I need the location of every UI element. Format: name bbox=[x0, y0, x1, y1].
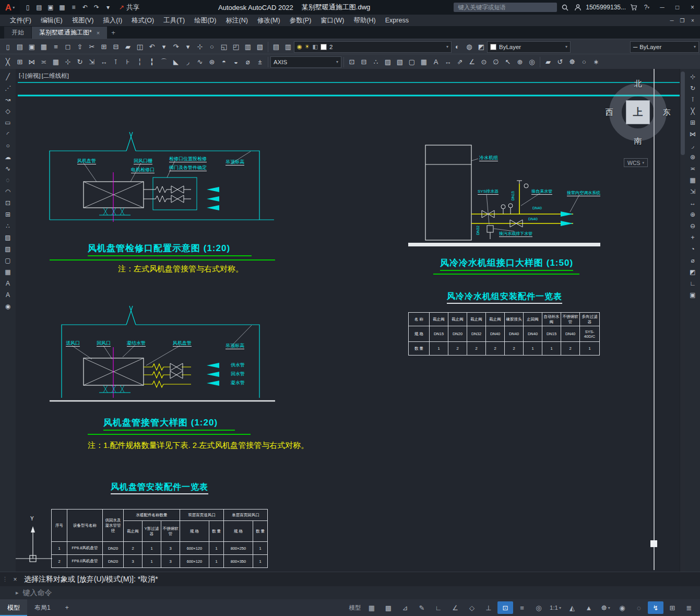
diameter-dimension-icon[interactable]: ∅ bbox=[490, 56, 502, 68]
plot-icon[interactable]: ≡ bbox=[50, 41, 62, 53]
scale-icon[interactable]: ⇲ bbox=[86, 56, 98, 68]
zoom-out-icon[interactable]: ⊖ bbox=[687, 220, 698, 231]
qnew-icon[interactable]: ▯ bbox=[2, 41, 14, 53]
circle-icon[interactable]: ○ bbox=[2, 140, 14, 151]
viewport-control[interactable]: [二维线框] bbox=[42, 72, 69, 80]
drawing-canvas[interactable]: [-][俯视][二维线框] 上 北 南 西 东 WCS ▾ 风机盘管回风口栅检修… bbox=[16, 69, 685, 572]
minimize-icon[interactable]: ─ bbox=[655, 0, 670, 15]
rotate-icon[interactable]: ↻ bbox=[74, 56, 86, 68]
create-block-icon[interactable]: ⊞ bbox=[2, 209, 14, 220]
search-input[interactable]: 键入关键字或短语 bbox=[454, 3, 557, 12]
revision-cloud-icon[interactable]: ☁ bbox=[2, 151, 14, 162]
graphics-performance-icon[interactable]: ↯ bbox=[648, 601, 663, 614]
offset-icon[interactable]: ≍ bbox=[687, 163, 698, 174]
table-icon[interactable]: ▦ bbox=[2, 266, 14, 277]
menu-item[interactable]: 修改(M) bbox=[253, 15, 285, 26]
layout-tab[interactable]: 模型 bbox=[0, 599, 27, 616]
explode-icon[interactable]: ⊛ bbox=[206, 56, 218, 68]
undo-list-icon[interactable]: ▾ bbox=[158, 41, 170, 53]
block-editor-icon[interactable]: ◫ bbox=[134, 41, 146, 53]
multiline-text-icon[interactable]: A bbox=[430, 56, 442, 68]
stretch-icon[interactable]: ↔ bbox=[98, 56, 110, 68]
line-icon[interactable]: ╱ bbox=[2, 71, 14, 82]
plot-icon[interactable]: ≡ bbox=[68, 1, 79, 14]
menu-item[interactable]: 文件(F) bbox=[5, 15, 36, 26]
ortho-mode-icon[interactable]: ∟ bbox=[431, 601, 446, 614]
move-icon[interactable]: ⊹ bbox=[62, 56, 74, 68]
multileader-icon[interactable]: ↖ bbox=[502, 56, 514, 68]
scrollbar-thumb[interactable] bbox=[681, 72, 685, 155]
annotation-update-icon[interactable]: ↺ bbox=[554, 56, 566, 68]
measure-icon[interactable]: ⌀ bbox=[242, 56, 254, 68]
publish-icon[interactable]: ⇧ bbox=[74, 41, 86, 53]
redo-icon[interactable]: ↷ bbox=[91, 1, 102, 14]
measure-icon[interactable]: ⌀ bbox=[687, 255, 698, 266]
multiline-text-icon[interactable]: A bbox=[2, 278, 14, 289]
layout-tab[interactable]: + bbox=[58, 599, 76, 616]
autoscale-icon[interactable]: ▲ bbox=[581, 601, 597, 614]
insert-block-icon[interactable]: ⊡ bbox=[2, 197, 14, 208]
rectangle-icon[interactable]: ▭ bbox=[2, 117, 14, 128]
scale-icon[interactable]: ⇲ bbox=[687, 186, 698, 197]
viewcube-west[interactable]: 西 bbox=[606, 108, 613, 117]
menu-item[interactable]: Express bbox=[381, 15, 413, 26]
menu-item[interactable]: 窗口(W) bbox=[316, 15, 349, 26]
model-paper-toggle-button[interactable]: 模型 bbox=[347, 601, 363, 614]
quick-calc-icon[interactable]: ± bbox=[254, 56, 266, 68]
match-properties-icon[interactable]: ▰ bbox=[122, 41, 134, 53]
save-icon[interactable]: ▣ bbox=[26, 41, 38, 53]
viewcube-east[interactable]: 东 bbox=[663, 108, 671, 117]
draw-order-front-icon[interactable]: ◓ bbox=[218, 56, 230, 68]
dynamic-input-icon[interactable]: ✎ bbox=[414, 601, 430, 614]
viewcube[interactable]: 上 北 南 西 东 bbox=[609, 84, 667, 141]
menu-item[interactable]: 编辑(E) bbox=[36, 15, 67, 26]
menu-item[interactable]: 工具(T) bbox=[159, 15, 189, 26]
linetype-combo[interactable]: ─ ByLayer ▾ bbox=[630, 41, 699, 53]
arc-icon[interactable]: ◜ bbox=[2, 128, 14, 139]
cart-icon[interactable] bbox=[628, 2, 639, 13]
hatch-icon[interactable]: ▨ bbox=[2, 232, 14, 243]
menu-item[interactable]: 绘图(D) bbox=[189, 15, 221, 26]
osnap-tracking-icon[interactable]: ⊥ bbox=[481, 601, 496, 614]
menu-item[interactable]: 视图(V) bbox=[67, 15, 99, 26]
viewcube-north[interactable]: 北 bbox=[634, 79, 642, 89]
menu-item[interactable]: 标注(N) bbox=[221, 15, 253, 26]
open-icon[interactable]: ▤ bbox=[14, 41, 26, 53]
layer-combo[interactable]: ◉ ☀ ◧ 2 ▾ bbox=[294, 41, 452, 53]
help-icon[interactable]: ?▾ bbox=[642, 2, 652, 13]
menu-item[interactable]: 格式(O) bbox=[127, 15, 159, 26]
chamfer-icon[interactable]: ◣ bbox=[170, 56, 182, 68]
layer-off-icon[interactable]: ◐ bbox=[452, 41, 463, 53]
infer-constraints-icon[interactable]: ⊿ bbox=[397, 601, 413, 614]
mirror-icon[interactable]: ⋈ bbox=[26, 56, 38, 68]
erase-icon[interactable]: ╳ bbox=[2, 56, 14, 68]
array-icon[interactable]: ▦ bbox=[50, 56, 62, 68]
copy-icon[interactable]: ⊞ bbox=[687, 117, 698, 128]
pan-icon[interactable]: + bbox=[687, 232, 698, 243]
polyline-icon[interactable]: ↝ bbox=[2, 94, 14, 105]
gradient-icon[interactable]: ▧ bbox=[2, 243, 14, 254]
zoom-realtime-icon[interactable]: ○ bbox=[206, 41, 218, 53]
point-icon[interactable]: ∴ bbox=[370, 56, 382, 68]
polar-tracking-icon[interactable]: ∠ bbox=[447, 601, 463, 614]
zoom-previous-icon[interactable]: ◰ bbox=[230, 41, 242, 53]
explode-icon[interactable]: ⊛ bbox=[687, 151, 698, 162]
save-as-icon[interactable]: ▦ bbox=[38, 41, 50, 53]
text-style-combo[interactable]: AXIS ▾ bbox=[270, 56, 341, 68]
close-icon[interactable]: × bbox=[97, 30, 100, 36]
annotation-visibility-icon[interactable]: ◭ bbox=[564, 601, 580, 614]
hatch-icon[interactable]: ▨ bbox=[382, 56, 394, 68]
snap-mode-icon[interactable]: ▩ bbox=[381, 601, 396, 614]
account-name[interactable]: 1505999135... bbox=[586, 4, 626, 11]
spline-icon[interactable]: ∿ bbox=[2, 163, 14, 174]
layer-freeze-icon[interactable]: ◩ bbox=[476, 41, 487, 53]
open-icon[interactable]: ▤ bbox=[33, 1, 45, 14]
command-close-button[interactable]: × bbox=[10, 575, 20, 584]
search-icon[interactable] bbox=[560, 2, 570, 13]
ucs-indicator[interactable]: WCS ▾ bbox=[624, 158, 648, 167]
command-input[interactable]: ▸ 键入命令 bbox=[0, 586, 700, 599]
erase-icon[interactable]: ╳ bbox=[687, 105, 698, 116]
text-style-icon[interactable]: A bbox=[2, 289, 14, 300]
help-search-icon[interactable]: ○ bbox=[578, 56, 590, 68]
doc-close-icon[interactable]: × bbox=[687, 16, 698, 25]
